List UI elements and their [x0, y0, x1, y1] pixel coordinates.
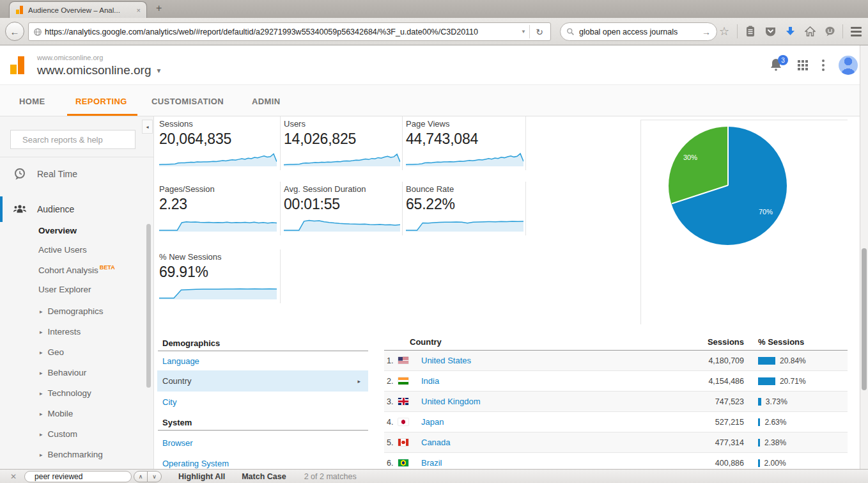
sidebar-item-geo[interactable]: ▸Geo [40, 347, 64, 357]
new-tab-button[interactable]: + [156, 3, 162, 14]
metric-card-pageviews: Page Views 44,743,084 [406, 119, 523, 166]
sidebar-item-user-explorer[interactable]: User Explorer [38, 285, 91, 294]
back-button[interactable]: ← [5, 22, 24, 41]
url-dropdown-icon[interactable]: ▼ [518, 29, 529, 35]
table-row[interactable]: 4. Japan 527,215 2.63% [384, 412, 848, 432]
sidebar-item-active-users[interactable]: Active Users [38, 245, 87, 255]
sidebar-item-audience[interactable]: Audience [0, 198, 153, 221]
pie-slice-divider [727, 127, 729, 186]
find-next-button[interactable]: ∨ [148, 471, 162, 482]
link-city[interactable]: City [162, 397, 176, 407]
link-operating-system[interactable]: Operating System [162, 459, 229, 468]
pocket-icon[interactable] [763, 24, 777, 38]
link-country-selected[interactable]: Country ▸ [157, 370, 368, 392]
pct-value: 20.84% [780, 356, 806, 365]
url-bar[interactable]: ▼ ↻ [28, 22, 551, 41]
web-search-input[interactable] [578, 27, 699, 37]
reload-icon[interactable]: ↻ [530, 27, 549, 37]
sidebar-item-custom[interactable]: ▸Custom [40, 429, 77, 439]
row-rank: 4. [387, 418, 398, 427]
sparkline-chart [406, 216, 523, 232]
tab-strip: Audience Overview – Anal... × + [0, 0, 868, 18]
tab-customisation[interactable]: CUSTOMISATION [151, 97, 224, 106]
pct-value: 2.38% [764, 438, 786, 447]
expand-arrow-icon: ▸ [40, 431, 43, 438]
findbar-search-box[interactable] [24, 471, 132, 482]
sidebar-item-cohort-analysis[interactable]: Cohort AnalysisBETA [38, 264, 115, 275]
table-header-row: Country Sessions % Sessions [384, 334, 848, 351]
sidebar-item-technology[interactable]: ▸Technology [40, 388, 91, 398]
sessions-value: 400,886 [661, 459, 744, 468]
search-bar[interactable]: → [560, 22, 717, 41]
link-browser[interactable]: Browser [162, 438, 193, 448]
table-row[interactable]: 5. Canada 477,314 2.38% [384, 432, 848, 453]
sidebar-item-overview[interactable]: Overview [38, 226, 77, 235]
tab-close-icon[interactable]: × [137, 6, 141, 14]
match-case-button[interactable]: Match Case [242, 472, 286, 481]
match-count-label: 2 of 2 matches [304, 472, 357, 481]
findbar-close-icon[interactable]: ✕ [10, 472, 17, 481]
url-input[interactable] [42, 28, 518, 36]
sidebar-item-mobile[interactable]: ▸Mobile [40, 409, 73, 418]
tab-reporting[interactable]: REPORTING [75, 97, 127, 106]
sparkline-chart [159, 216, 277, 232]
sidebar-item-behaviour[interactable]: ▸Behaviour [40, 368, 86, 377]
sidebar-item-benchmarking[interactable]: ▸Benchmarking [40, 450, 103, 459]
user-avatar[interactable] [839, 56, 858, 75]
tab-home[interactable]: HOME [19, 97, 45, 106]
sessions-value: 477,314 [661, 438, 744, 447]
browser-tab[interactable]: Audience Overview – Anal... × [9, 1, 147, 18]
sidebar-search-box[interactable] [10, 130, 136, 149]
table-row[interactable]: 6. Brazil 400,886 2.00% [384, 453, 848, 469]
metric-value: 00:01:55 [284, 196, 400, 213]
notifications-bell-icon[interactable]: 3 [770, 58, 784, 73]
link-language[interactable]: Language [162, 356, 199, 366]
metric-label: Pages/Session [159, 184, 277, 194]
table-row[interactable]: 3. United Kingdom 747,523 3.73% [384, 392, 848, 412]
sessions-value: 4,180,709 [661, 356, 744, 365]
header-sessions[interactable]: Sessions [661, 337, 744, 347]
country-link[interactable]: United Kingdom [415, 397, 661, 406]
country-link[interactable]: Japan [415, 417, 661, 427]
divider [842, 24, 843, 38]
sidebar-collapse-button[interactable]: ◂ [142, 120, 153, 134]
find-bar: ✕ ∧ ∨ Highlight All Match Case 2 of 2 ma… [0, 469, 868, 483]
country-link[interactable]: United States [415, 356, 661, 365]
table-row[interactable]: 1. United States 4,180,709 20.84% [384, 351, 848, 371]
sidebar-item-demographics[interactable]: ▸Demographics [40, 306, 104, 316]
apps-grid-icon[interactable] [798, 60, 808, 70]
sessions-value: 4,154,486 [661, 377, 744, 386]
expand-arrow-icon: ▸ [40, 452, 43, 458]
header-country[interactable]: Country [387, 337, 661, 347]
country-link[interactable]: Brazil [415, 458, 661, 468]
analytics-logo-icon[interactable] [10, 55, 30, 75]
hello-chat-icon[interactable] [823, 24, 837, 38]
tab-admin[interactable]: ADMIN [252, 97, 281, 106]
downloads-icon[interactable] [783, 24, 797, 38]
header-pct-sessions[interactable]: % Sessions [758, 337, 848, 347]
findbar-input[interactable] [33, 471, 135, 482]
sidebar-item-interests[interactable]: ▸Interests [40, 327, 81, 337]
sidebar-scrollbar-thumb[interactable] [146, 224, 151, 388]
country-link[interactable]: Canada [415, 438, 661, 447]
country-link[interactable]: India [415, 376, 661, 386]
more-options-icon[interactable] [822, 59, 825, 71]
menu-hamburger-icon[interactable] [849, 24, 863, 38]
clipboard-icon[interactable] [743, 24, 757, 38]
search-go-icon[interactable]: → [702, 27, 711, 37]
sparkline-chart [406, 151, 523, 166]
scrollbar-thumb[interactable] [862, 248, 867, 390]
pct-cell: 2.38% [758, 438, 848, 447]
browser-toolbar: ← ▼ ↻ → ☆ [0, 18, 868, 45]
page-scrollbar[interactable] [860, 45, 868, 469]
property-selector[interactable]: www.omicsonline.org ▼ [37, 63, 162, 77]
bookmark-star-icon[interactable]: ☆ [717, 24, 731, 38]
sidebar-item-real-time[interactable]: Real Time [0, 162, 153, 186]
table-row[interactable]: 2. India 4,154,486 20.71% [384, 371, 848, 392]
highlight-all-button[interactable]: Highlight All [178, 472, 225, 481]
flag-icon-united-states [398, 357, 408, 364]
sidebar-search-input[interactable] [21, 134, 136, 145]
find-previous-button[interactable]: ∧ [134, 471, 148, 482]
account-name: www.omicsonline.org [37, 54, 103, 61]
home-icon[interactable] [803, 24, 817, 38]
